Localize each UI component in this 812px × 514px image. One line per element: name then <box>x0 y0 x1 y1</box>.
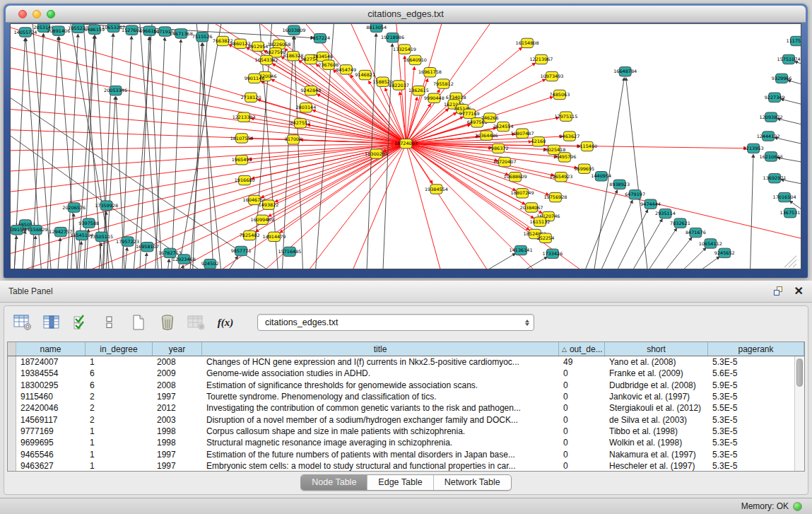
network-node[interactable]: 17359928 <box>95 201 118 210</box>
close-panel-icon[interactable]: ✕ <box>794 286 804 297</box>
network-node[interactable]: 1615132 <box>530 217 551 226</box>
network-node[interactable]: 9397588 <box>78 218 99 228</box>
network-node[interactable]: 14671368 <box>170 29 193 38</box>
network-node[interactable]: 2718120 <box>241 93 261 102</box>
network-node[interactable]: 7832621 <box>670 218 690 228</box>
network-node[interactable]: 15751074 <box>777 54 801 64</box>
network-node[interactable]: 1965492 <box>232 155 252 164</box>
column-header-name[interactable]: name <box>16 342 86 356</box>
network-node[interactable]: 1117504 <box>787 36 801 45</box>
table-row[interactable]: 2242004622012Investigating the contribut… <box>8 402 804 414</box>
network-node[interactable]: 7485063 <box>549 90 570 99</box>
network-node[interactable]: 12923468 <box>172 255 196 264</box>
table-row[interactable]: 1456911722003Disruption of a novel membe… <box>8 414 804 425</box>
row-options-button[interactable] <box>100 313 119 332</box>
table-row[interactable]: 977716911998Corpus callosum shape and si… <box>8 426 804 437</box>
column-header-title[interactable]: title <box>202 342 559 356</box>
network-node[interactable]: 9474444 <box>640 199 661 209</box>
table-row[interactable]: 946362711997Embryonic stem cells: a mode… <box>8 460 804 471</box>
network-node[interactable]: 8454749 <box>336 65 356 74</box>
network-node[interactable]: 12213383 <box>233 112 256 122</box>
table-scrollbar[interactable] <box>794 356 804 471</box>
column-header-out-degree[interactable]: △ out_de... <box>559 342 605 356</box>
network-node[interactable]: 16640910 <box>404 55 427 64</box>
network-node[interactable]: 16210643 <box>760 152 783 161</box>
network-node[interactable]: 9463627 <box>559 132 579 141</box>
network-node[interactable]: 8471676 <box>686 228 706 237</box>
network-node[interactable]: 9699695 <box>574 164 594 173</box>
network-node[interactable]: 10654112 <box>699 239 722 248</box>
network-node[interactable]: 17975115 <box>554 112 577 121</box>
network-node[interactable]: 252254 <box>537 233 555 243</box>
table-row[interactable]: 969969511998Structural magnetic resonanc… <box>8 437 804 448</box>
network-node[interactable]: 9146821 <box>355 70 375 79</box>
network-node[interactable]: 3213953 <box>743 144 764 153</box>
network-node[interactable]: 16648784 <box>613 67 637 76</box>
table-settings-button[interactable] <box>13 313 33 332</box>
show-columns-button[interactable] <box>42 313 61 332</box>
table-selector-dropdown[interactable]: citations_edges.txt <box>257 314 534 331</box>
network-node[interactable]: 12444132 <box>757 132 780 141</box>
network-node[interactable]: 19218986 <box>381 33 404 42</box>
network-node[interactable]: 12093872 <box>760 112 783 122</box>
network-node[interactable]: 13505115 <box>90 232 113 241</box>
network-node[interactable]: 18807249 <box>511 189 534 198</box>
float-panel-icon[interactable] <box>773 286 784 297</box>
network-node[interactable]: 20364486 <box>475 131 498 140</box>
table-row[interactable]: 1938455462009Genome-wide association stu… <box>8 368 804 379</box>
network-node[interactable]: 10973493 <box>540 71 563 81</box>
table-row[interactable]: 1872400712008Changes of HCN gene express… <box>8 356 804 368</box>
network-node[interactable]: 1493822 <box>259 200 279 209</box>
network-node[interactable]: 1916680 <box>235 175 255 185</box>
network-node[interactable]: 18300295 <box>365 149 388 158</box>
network-node[interactable]: 746266 <box>481 113 499 122</box>
network-node[interactable]: 9857771 <box>231 246 252 255</box>
network-node[interactable]: 7986372 <box>488 144 509 153</box>
column-header-short[interactable]: short <box>605 342 708 356</box>
network-view-canvas[interactable]: 1405572420531462089140610552276486159106… <box>10 23 801 269</box>
network-node[interactable]: 1733426 <box>543 249 563 258</box>
function-builder-button[interactable]: f(x) <box>216 313 235 332</box>
resize-grip[interactable] <box>793 264 796 267</box>
network-node[interactable]: 13692971 <box>763 173 787 182</box>
network-node[interactable]: 12213967 <box>530 54 553 64</box>
network-node[interactable]: 9990448 <box>424 93 445 103</box>
network-node[interactable]: 17016504 <box>773 192 796 201</box>
network-node[interactable]: 16961758 <box>418 68 442 77</box>
network-node[interactable]: 2935114 <box>655 209 676 218</box>
network-node[interactable]: 8938923 <box>609 180 630 189</box>
table-row[interactable]: 911546021997Tourette syndrome. Phenomeno… <box>8 391 804 402</box>
tab-node-table[interactable]: Node Table <box>301 475 367 490</box>
network-node[interactable]: 917004 <box>285 135 302 144</box>
column-header-in-degree[interactable]: in_degree <box>86 342 153 356</box>
network-node[interactable]: 16495796 <box>553 153 576 162</box>
network-node[interactable]: 19384554 <box>425 185 448 194</box>
network-node[interactable]: 924502 <box>201 259 219 269</box>
column-header-pagerank[interactable]: pagerank <box>708 342 804 356</box>
network-node[interactable]: 13325419 <box>393 45 416 54</box>
network-node[interactable]: 2803144 <box>295 103 316 112</box>
resize-grip[interactable] <box>789 260 796 268</box>
delete-button[interactable] <box>158 313 177 332</box>
network-node[interactable]: 9115460 <box>577 141 597 151</box>
network-node[interactable]: 11156829 <box>24 225 47 234</box>
network-node[interactable]: 18107554 <box>230 134 254 143</box>
network-node[interactable]: 9245652 <box>714 248 735 257</box>
network-node[interactable]: 6479197 <box>625 190 645 199</box>
network-node[interactable]: 7825402 <box>240 230 260 240</box>
network-node[interactable]: 16543382 <box>255 55 278 64</box>
new-document-button[interactable] <box>129 313 148 332</box>
network-node[interactable]: 1367531 <box>780 208 801 217</box>
network-node[interactable]: 19654923 <box>549 173 572 182</box>
network-node[interactable]: 19756928 <box>543 192 567 201</box>
network-node[interactable]: 8427552 <box>290 119 310 128</box>
network-node[interactable]: 9329966 <box>772 74 792 83</box>
network-node[interactable]: 16033809 <box>282 25 305 35</box>
network-node[interactable]: 9227349 <box>765 93 785 102</box>
network-node[interactable]: 14914479 <box>263 232 286 241</box>
table-scrollbar-thumb[interactable] <box>796 358 803 387</box>
delete-table-button[interactable] <box>187 313 206 332</box>
select-attributes-button[interactable] <box>71 313 90 332</box>
network-node[interactable]: 8822037 <box>389 81 409 90</box>
tab-network-table[interactable]: Network Table <box>434 475 511 490</box>
